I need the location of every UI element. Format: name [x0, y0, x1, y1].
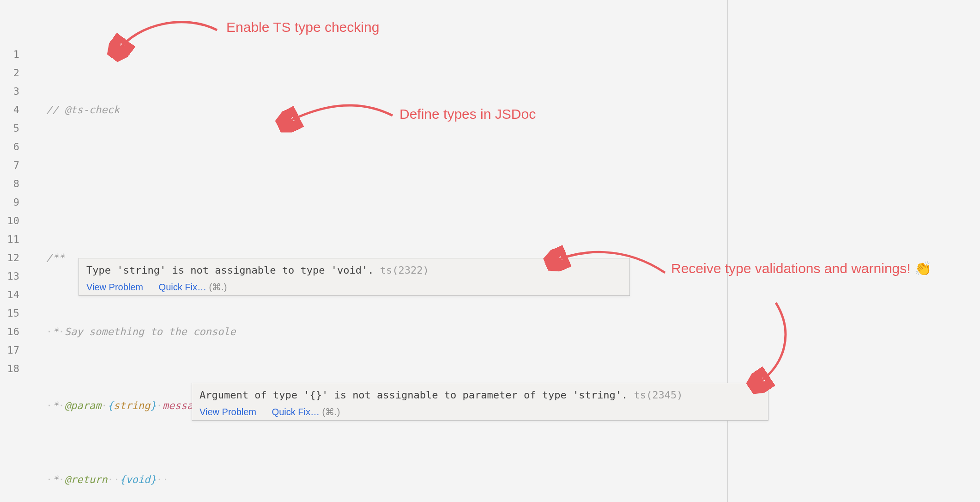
jsdoc-open: /** [46, 252, 65, 263]
error-code: ts(2345) [634, 389, 683, 401]
ts-check-comment: // @ts-check [46, 104, 120, 116]
jsdoc-tag: @param [65, 400, 101, 411]
line-number: 15 [0, 304, 28, 323]
line-number: 13 [0, 267, 28, 286]
annotation-label: Enable TS type checking [226, 19, 379, 35]
line-number: 5 [0, 119, 28, 138]
error-message: Type 'string' is not assignable to type … [86, 263, 622, 278]
line-number: 4 [0, 101, 28, 119]
line-number: 9 [0, 193, 28, 212]
line-number: 1 [0, 45, 28, 64]
code-editor: 1 2 3 4 5 6 7 8 9 10 11 12 13 14 15 16 1… [0, 0, 980, 502]
error-code: ts(2322) [380, 264, 429, 276]
line-number: 12 [0, 249, 28, 267]
line-number: 11 [0, 230, 28, 249]
column-ruler [727, 0, 728, 502]
line-number: 16 [0, 323, 28, 341]
quick-fix-link[interactable]: Quick Fix… (⌘.) [159, 282, 227, 292]
code-line[interactable]: // @ts-check [46, 101, 266, 119]
view-problem-link[interactable]: View Problem [200, 407, 256, 417]
line-number-gutter: 1 2 3 4 5 6 7 8 9 10 11 12 13 14 15 16 1… [0, 45, 28, 378]
view-problem-link[interactable]: View Problem [86, 282, 143, 292]
jsdoc-type: void [126, 474, 150, 485]
code-line[interactable]: ·*·@return··{void}·· [46, 471, 266, 489]
line-number: 8 [0, 175, 28, 193]
code-line[interactable]: ·*·Say something to the console [46, 323, 266, 341]
jsdoc-summary: Say something to the console [65, 326, 236, 337]
shortcut: (⌘.) [322, 407, 340, 417]
line-number: 7 [0, 156, 28, 175]
type-error-popup: Argument of type '{}' is not assignable … [192, 383, 768, 421]
line-number: 10 [0, 212, 28, 230]
annotation-label: Receive type validations and warnings! 👏 [670, 259, 933, 278]
quick-fix-link[interactable]: Quick Fix… (⌘.) [272, 407, 340, 417]
line-number: 17 [0, 341, 28, 360]
jsdoc-type: string [114, 400, 150, 411]
shortcut: (⌘.) [209, 282, 227, 292]
line-number: 18 [0, 360, 28, 378]
line-number: 6 [0, 138, 28, 156]
annotation-label: Define types in JSDoc [399, 106, 536, 122]
line-number: 2 [0, 64, 28, 82]
line-number: 14 [0, 286, 28, 304]
type-error-popup: Type 'string' is not assignable to type … [79, 258, 630, 296]
code-line[interactable] [46, 175, 266, 193]
line-number: 3 [0, 82, 28, 101]
jsdoc-tag: @return [65, 474, 108, 485]
error-message: Argument of type '{}' is not assignable … [200, 388, 761, 403]
